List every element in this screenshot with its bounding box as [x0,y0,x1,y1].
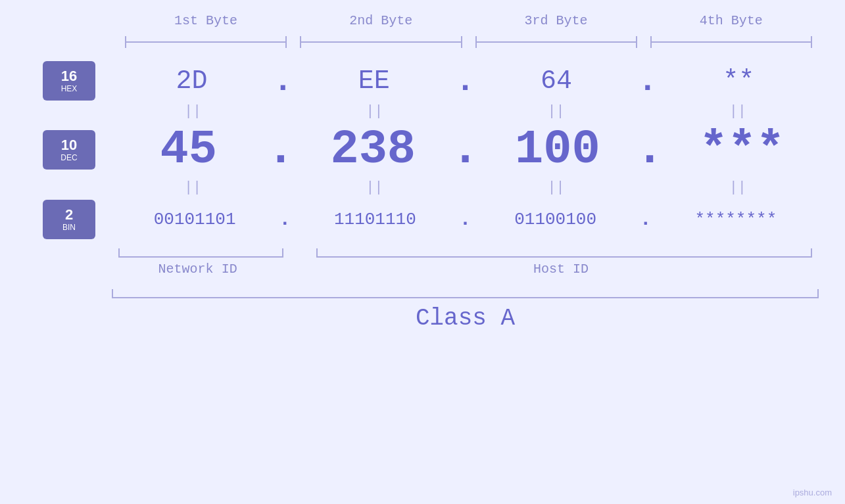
network-bracket [118,246,283,259]
hex-b3: 64 [477,66,637,96]
bin-b1: 00101101 [112,210,278,229]
hex-dot3: . [637,62,659,100]
dec-cells: 45 . 238 . 100 . *** [112,123,819,177]
dec-dot3: . [634,123,665,177]
bin-b4: ******** [653,210,819,229]
byte2-header: 2nd Byte [293,13,468,28]
bin-cells: 00101101 . 11101110 . 01100100 . *******… [112,208,819,231]
bin-b2: 11101110 [292,210,458,229]
dec-b3: 100 [481,123,634,177]
eq2-b4: || [657,177,819,199]
bin-badge: 2 BIN [43,200,95,239]
bracket-byte1 [125,35,287,48]
bin-b3: 01100100 [473,210,639,229]
id-labels: Network ID Host ID [112,262,819,277]
bin-dot1: . [278,208,292,231]
hex-badge: 16 HEX [43,61,95,101]
byte4-header: 4th Byte [644,13,819,28]
host-bracket [316,246,812,259]
network-id-label: Network ID [112,262,283,277]
bottom-section: Network ID Host ID Class A [26,246,819,332]
hex-dot1: . [272,62,294,100]
dec-label: 10 DEC [26,130,112,170]
host-id-label: Host ID [303,262,819,277]
dec-row: 10 DEC 45 . 238 . 100 . *** [26,123,819,177]
hex-dot2: . [454,62,476,100]
main-container: 1st Byte 2nd Byte 3rd Byte 4th Byte 16 H… [0,0,845,504]
bin-dot3: . [639,208,653,231]
byte-headers: 1st Byte 2nd Byte 3rd Byte 4th Byte [26,13,819,28]
eq2-b1: || [112,177,274,199]
long-bottom-bracket [112,286,819,300]
hex-b2: EE [294,66,454,96]
bin-row: 2 BIN 00101101 . 11101110 . 01100100 . *… [26,200,819,239]
bracket-byte2 [300,35,462,48]
hex-b1: 2D [112,66,272,96]
bin-dot2: . [458,208,472,231]
dec-dot1: . [265,123,296,177]
id-brackets [112,246,819,259]
hex-b4: ** [659,66,819,96]
bin-badge-base: BIN [62,223,76,232]
bracket-byte3 [475,35,637,48]
class-label: Class A [112,305,819,332]
dec-badge-num: 10 [61,137,77,153]
eq2-b3: || [475,177,637,199]
eq1-b4: || [657,101,819,123]
dec-badge: 10 DEC [43,130,95,170]
eq1-b1: || [112,101,274,123]
hex-badge-base: HEX [61,84,78,93]
bin-badge-num: 2 [65,207,73,223]
dec-b4: *** [665,123,819,177]
dec-b1: 45 [112,123,265,177]
bin-label: 2 BIN [26,200,112,239]
top-brackets [26,35,819,48]
hex-label: 16 HEX [26,61,112,101]
equals-row-1: || || || || [26,101,819,123]
dec-b2: 238 [297,123,450,177]
hex-row: 16 HEX 2D . EE . 64 . ** [26,61,819,101]
equals-row-2: || || || || [26,177,819,199]
eq2-b2: || [293,177,455,199]
watermark: ipshu.com [793,488,832,497]
byte1-header: 1st Byte [118,13,293,28]
hex-cells: 2D . EE . 64 . ** [112,62,819,100]
eq1-b2: || [293,101,455,123]
byte3-header: 3rd Byte [469,13,644,28]
dec-dot2: . [450,123,481,177]
eq1-b3: || [475,101,637,123]
dec-badge-base: DEC [60,153,77,162]
hex-badge-num: 16 [61,68,77,84]
bracket-byte4 [650,35,812,48]
